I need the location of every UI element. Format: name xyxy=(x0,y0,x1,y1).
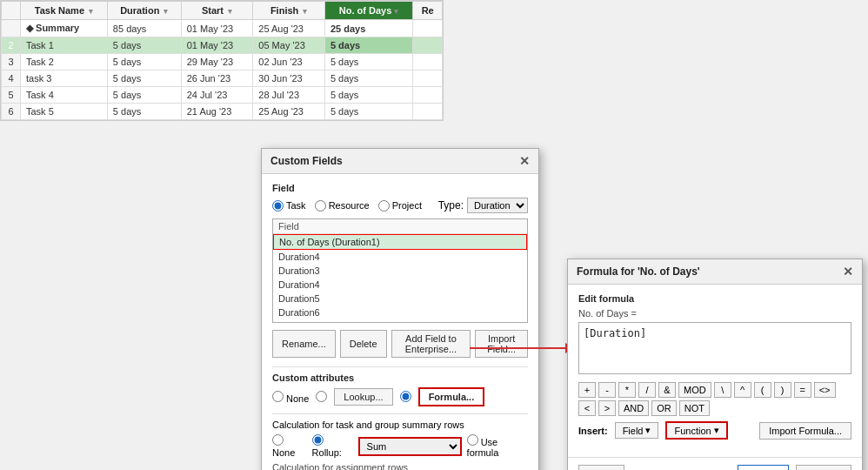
col-no-of-days[interactable]: No. of Days ▾ xyxy=(324,2,412,20)
field-item[interactable]: Duration7 xyxy=(273,319,527,323)
op-lt[interactable]: < xyxy=(578,400,596,416)
radio-task[interactable] xyxy=(272,200,284,212)
field-item[interactable]: Duration5 xyxy=(273,292,527,306)
days-cell: 5 days xyxy=(324,37,412,54)
table-row: 4 task 3 5 days 26 Jun '23 30 Jun '23 5 … xyxy=(2,70,443,87)
op-multiply[interactable]: * xyxy=(618,382,636,398)
formula-textarea[interactable]: [Duration] xyxy=(578,322,851,374)
function-dropdown-button[interactable]: Function ▾ xyxy=(665,421,727,440)
table-row[interactable]: 2 Task 1 5 days 01 May '23 05 May '23 5 … xyxy=(2,37,443,54)
op-neq[interactable]: <> xyxy=(814,382,836,398)
op-rparen[interactable]: ) xyxy=(774,382,791,398)
col-finish[interactable]: Finish ▾ xyxy=(253,2,325,20)
edit-formula-label: Edit formula xyxy=(578,293,851,304)
table-row: 5 Task 4 5 days 24 Jul '23 28 Jul '23 5 … xyxy=(2,87,443,104)
op-and[interactable]: AND xyxy=(618,400,649,416)
row-id: 5 xyxy=(2,87,21,104)
op-ampersand[interactable]: & xyxy=(658,382,676,398)
field-btn-label: Field xyxy=(623,426,644,436)
delete-button[interactable]: Delete xyxy=(340,330,387,358)
duration-cell: 85 days xyxy=(107,20,181,37)
finish-cell: 25 Aug '23 xyxy=(253,104,325,120)
rename-button[interactable]: Rename... xyxy=(272,330,336,358)
op-not[interactable]: NOT xyxy=(679,400,710,416)
op-gt[interactable]: > xyxy=(598,400,616,416)
none2-radio[interactable] xyxy=(272,434,284,446)
re-cell xyxy=(413,37,443,54)
field-list[interactable]: Field No. of Days (Duration1) Duration4 … xyxy=(272,218,528,323)
field-dropdown-arrow: ▾ xyxy=(645,425,651,436)
rollup-radio[interactable] xyxy=(312,434,324,446)
row-id: 3 xyxy=(2,54,21,70)
lookup-radio-label[interactable] xyxy=(316,391,327,404)
lookup-button[interactable]: Lookup... xyxy=(334,388,392,406)
field-dropdown-button[interactable]: Field ▾ xyxy=(615,422,659,439)
re-cell xyxy=(413,70,443,87)
formula-dialog-footer: Help OK Cancel xyxy=(568,457,862,470)
formula-button[interactable]: Formula... xyxy=(418,387,485,406)
type-dropdown[interactable]: Duration xyxy=(467,198,528,213)
radio-resource[interactable] xyxy=(315,200,326,212)
row-id: 4 xyxy=(2,70,21,87)
col-start[interactable]: Start ▾ xyxy=(181,2,253,20)
use-formula-radio[interactable] xyxy=(467,434,478,446)
none2-radio-label[interactable]: None xyxy=(272,434,307,458)
field-item[interactable]: Duration4 xyxy=(273,250,527,264)
dialog-title-bar: Custom Fields ✕ xyxy=(262,149,538,174)
rollup-dropdown[interactable]: SumAverageMaximumMinimumCountCount non-b… xyxy=(358,437,462,456)
radio-resource-label[interactable]: Resource xyxy=(315,200,370,212)
col-task-name[interactable]: Task Name ▾ xyxy=(21,2,108,20)
formula-dialog-title-bar: Formula for 'No. of Days' ✕ xyxy=(568,259,862,285)
duration-cell: 5 days xyxy=(107,104,181,120)
insert-row: Insert: Field ▾ Function ▾ Import Formul… xyxy=(578,421,851,440)
add-field-button[interactable]: Add Field to Enterprise... xyxy=(391,330,471,358)
task-name-cell: Task 2 xyxy=(21,54,108,70)
formula-body: Edit formula No. of Days = [Duration] + … xyxy=(568,285,862,457)
import-formula-button[interactable]: Import Formula... xyxy=(759,422,851,440)
rollup-radio-label[interactable]: Rollup: xyxy=(312,434,353,458)
re-cell xyxy=(413,20,443,37)
formula-radio[interactable] xyxy=(400,391,411,402)
none-radio-label[interactable]: None xyxy=(272,391,309,404)
field-item[interactable]: Duration3 xyxy=(273,264,527,278)
use-formula-radio-label[interactable]: Use formula xyxy=(467,434,528,458)
op-backslash[interactable]: \ xyxy=(714,382,731,398)
op-caret[interactable]: ^ xyxy=(734,382,751,398)
col-duration[interactable]: Duration ▾ xyxy=(107,2,181,20)
formula-operators: + - * / & MOD \ ^ ( ) = <> < > AND OR NO… xyxy=(578,382,851,416)
dialog-title: Custom Fields xyxy=(270,155,343,167)
op-lparen[interactable]: ( xyxy=(754,382,771,398)
op-minus[interactable]: - xyxy=(598,382,616,398)
field-item[interactable]: Duration4 xyxy=(273,278,527,292)
field-insert-dropdown[interactable]: Field ▾ xyxy=(615,422,659,439)
ok-button[interactable]: OK xyxy=(738,465,789,470)
type-label: Type: xyxy=(438,199,464,212)
help-button[interactable]: Help xyxy=(578,465,624,470)
formula-radio-label[interactable] xyxy=(400,391,411,404)
arrow-graphic xyxy=(470,339,574,357)
days-cell: 25 days xyxy=(324,20,412,37)
function-insert-dropdown[interactable]: Function ▾ xyxy=(665,421,727,440)
days-cell: 5 days xyxy=(324,70,412,87)
none-radio[interactable] xyxy=(272,391,284,402)
arrow-line xyxy=(470,347,565,349)
op-plus[interactable]: + xyxy=(578,382,596,398)
field-item-selected[interactable]: No. of Days (Duration1) xyxy=(273,234,527,250)
lookup-radio[interactable] xyxy=(316,391,327,402)
op-or[interactable]: OR xyxy=(651,400,677,416)
formula-close-icon[interactable]: ✕ xyxy=(843,265,853,279)
radio-project-label[interactable]: Project xyxy=(378,200,422,212)
op-eq[interactable]: = xyxy=(794,382,811,398)
op-divide[interactable]: / xyxy=(638,382,656,398)
row-id: 6 xyxy=(2,104,21,120)
cancel-button[interactable]: Cancel xyxy=(796,465,851,470)
field-item[interactable]: Duration6 xyxy=(273,306,527,319)
close-icon[interactable]: ✕ xyxy=(519,154,530,168)
rollup-label-text: Rollup: xyxy=(312,447,342,458)
op-mod[interactable]: MOD xyxy=(678,382,711,398)
radio-project[interactable] xyxy=(378,200,390,212)
table-row: 6 Task 5 5 days 21 Aug '23 25 Aug '23 5 … xyxy=(2,104,443,120)
start-cell: 26 Jun '23 xyxy=(181,70,253,87)
col-re: Re xyxy=(413,2,443,20)
radio-task-label[interactable]: Task xyxy=(272,200,306,212)
